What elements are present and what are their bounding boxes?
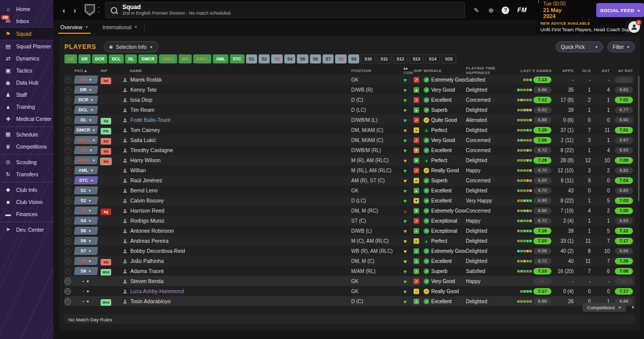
name-cell[interactable]: Steven Benda: [117, 278, 351, 284]
position-filter-dcl[interactable]: DCL: [109, 54, 123, 63]
player-row-bernd-leno[interactable]: ✓S1▼Bernd LenoGK♥▲↗ExcellentDelighted6.7…: [64, 185, 635, 195]
name-cell[interactable]: Saša Lukić: [117, 137, 351, 143]
player-name[interactable]: Tosin Adarabioyo: [130, 298, 171, 304]
sidebar-item-club-info[interactable]: ◆Club Info: [0, 182, 53, 196]
row-select-checkbox[interactable]: ✓: [64, 167, 71, 174]
player-name[interactable]: Steven Benda: [130, 278, 164, 284]
position-filter-stc[interactable]: STC: [230, 54, 245, 63]
quick-pick-button[interactable]: Quick Pick ▼: [555, 41, 603, 52]
social-feed-button[interactable]: SOCIAL FEED »: [596, 3, 644, 17]
player-name[interactable]: Marek Rodák: [130, 77, 162, 83]
sidebar-item-home[interactable]: ⌂Home: [0, 3, 53, 15]
column-gls[interactable]: GLS: [574, 69, 591, 73]
player-row-tom-cairney[interactable]: ✓DMCR▼PRTom CairneyDM, M/AM (C)♥∧▲Perfec…: [64, 125, 635, 135]
player-row-luca-ashby-hammond[interactable]: ✓-▼Luca Ashby-HammondGK♥−↗Really Good7.1…: [64, 286, 635, 296]
player-row-antonee-robinson[interactable]: ✓S5▼Antonee RobinsonD/WB (L)♥∧↗Exception…: [64, 226, 635, 236]
player-row-tim-ream[interactable]: ✓DCL▼Tim ReamD (LC)♥▲↗SuperbDelighted6.5…: [64, 105, 635, 115]
row-select-checkbox[interactable]: ✓: [64, 278, 71, 285]
pkd-pill-dropdown[interactable]: S2▼: [74, 196, 98, 205]
position-filter-s8[interactable]: S8: [335, 54, 346, 63]
pkd-pill-dropdown[interactable]: GK▼: [74, 76, 98, 84]
position-filter-s5[interactable]: S5: [297, 54, 308, 63]
player-row-harrison-reed[interactable]: ✓S3▼InjHarrison ReedDM, M (RC)●▼↗Extreme…: [64, 206, 635, 216]
advisor-avatar[interactable]: 2: [628, 21, 640, 33]
position-filter-s1[interactable]: S1: [246, 54, 257, 63]
position-filter-s6[interactable]: S6: [310, 54, 321, 63]
row-select-checkbox[interactable]: ✓: [64, 117, 71, 123]
name-cell[interactable]: Harrison Reed: [117, 208, 351, 214]
row-select-checkbox[interactable]: ✓: [64, 137, 71, 144]
name-cell[interactable]: Rodrigo Muniz: [117, 218, 351, 224]
name-cell[interactable]: Luca Ashby-Hammond: [117, 288, 351, 294]
position-filter-s3[interactable]: S3: [271, 54, 282, 63]
name-cell[interactable]: Bernd Leno: [117, 187, 351, 193]
row-select-checkbox[interactable]: ✓: [64, 127, 71, 133]
position-filter-s13[interactable]: S13: [409, 54, 424, 63]
column-con[interactable]: ▴▴ CON: [404, 66, 414, 75]
row-select-checkbox[interactable]: ✓: [64, 208, 71, 214]
table-scrollbar[interactable]: [638, 76, 639, 201]
pkd-pill-dropdown[interactable]: S8▼: [74, 257, 98, 265]
player-row-adama-traor[interactable]: ✓S9▼WntAdama TraoréM/AM (RL)♥∧↗SuperbSat…: [64, 266, 635, 276]
sidebar-item-medical-center[interactable]: ✚Medical Center: [0, 113, 53, 125]
filter-button[interactable]: Filter ▼: [607, 41, 635, 52]
forward-button[interactable]: ›: [69, 6, 80, 15]
sidebar-item-dynamics[interactable]: ⇄Dynamics: [0, 52, 53, 64]
pkd-pill-dropdown[interactable]: AMCL▼: [74, 156, 98, 164]
name-cell[interactable]: Marek Rodák: [117, 77, 351, 83]
row-select-checkbox[interactable]: ✓: [64, 268, 71, 275]
name-cell[interactable]: Willian: [117, 167, 351, 173]
player-name[interactable]: Raúl Jiménez: [130, 177, 163, 183]
position-filter-s2[interactable]: S2: [259, 54, 270, 63]
player-name[interactable]: Andreas Pereira: [130, 238, 169, 244]
info-badge-slt[interactable]: Slt: [101, 118, 111, 124]
name-cell[interactable]: Kenny Tete: [117, 87, 351, 93]
column-shp[interactable]: SHP: [414, 69, 424, 73]
player-row-sa-a-luki[interactable]: ✓DMCL▼IntSaša LukićDM, M/AM (C)♥↗↗Very G…: [64, 135, 635, 145]
player-name[interactable]: Adama Traoré: [130, 268, 164, 274]
player-row-andreas-pereira[interactable]: ✓S6▼Andreas PereiraM (C), AM (RLC)♥∧▲Per…: [64, 236, 635, 246]
row-select-checkbox[interactable]: ✓: [64, 248, 71, 254]
player-name[interactable]: Timothy Castagne: [130, 147, 173, 153]
pkd-pill-dropdown[interactable]: -▼: [74, 277, 98, 285]
position-filter-s4[interactable]: S4: [284, 54, 295, 63]
column-inf[interactable]: INF: [101, 69, 117, 73]
row-select-checkbox[interactable]: ✓: [64, 187, 71, 194]
pkd-pill-dropdown[interactable]: AML▼: [74, 166, 98, 174]
player-row-marek-rod-k[interactable]: ✓GK▼IntMarek RodákGK♥↗↗Extremely GoodSat…: [64, 75, 635, 85]
player-row-tosin-adarabioyo[interactable]: ✓-▼WntTosin AdarabioyoD (C)♥∧↗ExcellentD…: [64, 296, 635, 306]
position-filter-dmcr[interactable]: DMCR: [138, 54, 157, 63]
info-badge-wnt[interactable]: Wnt: [101, 299, 111, 306]
row-select-checkbox[interactable]: ✓: [64, 177, 71, 184]
info-badge-wnt[interactable]: Wnt: [101, 269, 111, 276]
name-cell[interactable]: Andreas Pereira: [117, 238, 351, 244]
sidebar-item-scouting[interactable]: ◎Scouting: [0, 154, 53, 168]
name-cell[interactable]: Raúl Jiménez: [117, 177, 351, 183]
sidebar-item-inbox[interactable]: ✉150Inbox: [0, 15, 53, 27]
club-crest-icon[interactable]: [85, 4, 96, 16]
position-filter-s9[interactable]: S9: [348, 54, 359, 63]
position-filter-gk[interactable]: GK: [64, 54, 77, 63]
column-name[interactable]: NAME: [117, 69, 351, 73]
position-filter-s15[interactable]: S15: [441, 54, 456, 63]
player-row-kenny-tete[interactable]: ✓DR▼Kenny TeteD/WB (R)♥▲↗Very GoodDeligh…: [64, 85, 635, 95]
pkd-pill-dropdown[interactable]: S5▼: [74, 227, 98, 235]
column-last-5-games[interactable]: LAST 5 GAMES: [518, 69, 551, 73]
position-filter-dmcl[interactable]: DMCL: [159, 54, 178, 63]
club-switch-arrows[interactable]: ⌃⌄: [97, 7, 100, 13]
player-name[interactable]: Tim Ream: [130, 107, 154, 113]
player-row-timothy-castagne[interactable]: ✓MR▼IntTimothy CastagneD/WB/M (RL)♥▼↗Exc…: [64, 145, 635, 155]
sidebar-item-data-hub[interactable]: ◉Data Hub: [0, 77, 53, 89]
player-name[interactable]: Kenny Tete: [130, 87, 156, 93]
position-filter-dcr[interactable]: DCR: [92, 54, 107, 63]
position-filter-s14[interactable]: S14: [425, 54, 440, 63]
player-name[interactable]: Saša Lukić: [130, 137, 156, 143]
sidebar-item-club-vision[interactable]: ■Club Vision: [0, 196, 53, 208]
player-row-bobby-decordova-reid[interactable]: ✓S7▼Bobby Decordova-ReidWB (R), AM (RLC)…: [64, 246, 635, 256]
pkd-pill-dropdown[interactable]: MR▼: [74, 146, 98, 154]
search-box[interactable]: Squad 2nd in English Premier Division - …: [105, 2, 464, 18]
sidebar-item-dev-center[interactable]: ➤Dev. Center: [0, 222, 53, 236]
column-av-rat[interactable]: AV RAT: [610, 69, 635, 73]
player-row-steven-benda[interactable]: ✓-▼Steven BendaGK♥↗↗Very GoodHappy-----: [64, 276, 635, 286]
footer-collapse-chevron[interactable]: ▼: [631, 305, 635, 310]
